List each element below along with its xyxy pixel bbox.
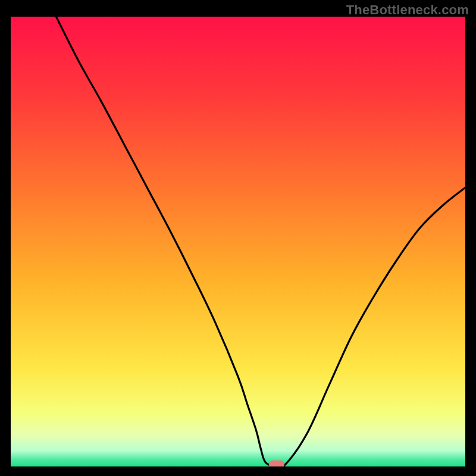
chart-frame: TheBottleneck.com bbox=[0, 0, 476, 476]
watermark-text: TheBottleneck.com bbox=[346, 2, 469, 18]
gradient-background bbox=[11, 17, 465, 466]
bottleneck-plot bbox=[11, 17, 465, 466]
min-marker bbox=[269, 461, 284, 466]
plot-area bbox=[11, 17, 465, 466]
